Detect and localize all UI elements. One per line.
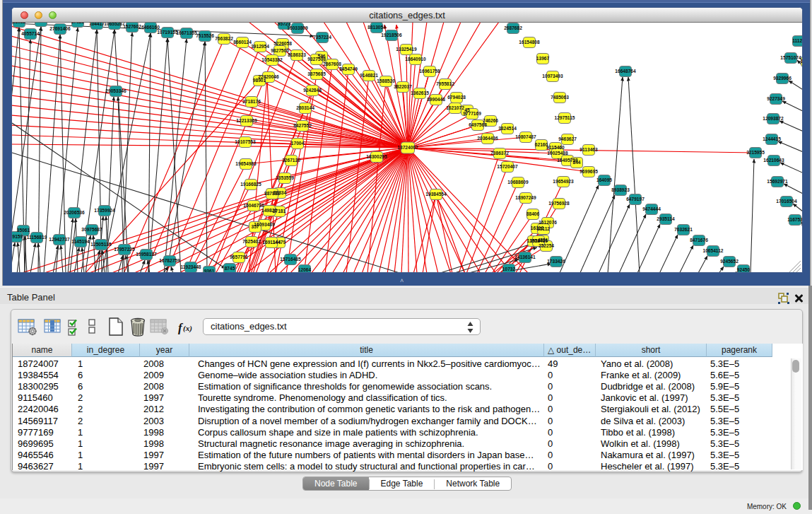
svg-text:10655287: 10655287: [104, 23, 125, 26]
svg-text:11121: 11121: [792, 38, 802, 43]
svg-text:12064: 12064: [298, 267, 312, 272]
svg-text:20364436: 20364436: [477, 136, 498, 141]
svg-text:27691406: 27691406: [49, 26, 71, 31]
svg-text:357: 357: [251, 224, 259, 229]
svg-text:1527602: 1527602: [123, 24, 141, 29]
svg-text:7386372: 7386372: [490, 151, 509, 156]
svg-text:8813054: 8813054: [367, 25, 386, 30]
svg-text:8990448: 8990448: [427, 97, 445, 102]
svg-text:16154808: 16154808: [519, 40, 540, 45]
svg-text:844: 844: [572, 160, 580, 165]
svg-text:2687682: 2687682: [504, 25, 522, 30]
svg-text:98901: 98901: [253, 78, 266, 83]
svg-text:8186323: 8186323: [288, 52, 306, 57]
svg-text:10719155: 10719155: [157, 30, 178, 35]
svg-text:20931: 20931: [35, 23, 48, 23]
svg-text:17359924: 17359924: [94, 208, 115, 213]
svg-text:39159: 39159: [12, 234, 23, 239]
svg-text:164095: 164095: [596, 177, 612, 182]
svg-text:9474444: 9474444: [642, 206, 661, 211]
svg-text:19166825: 19166825: [240, 182, 261, 187]
svg-text:6479197: 6479197: [626, 197, 645, 201]
svg-text:13325419: 13325419: [396, 47, 417, 52]
svg-text:12942737: 12942737: [49, 237, 70, 242]
svg-text:15751074: 15751074: [780, 55, 801, 60]
svg-text:116753: 116753: [787, 217, 802, 222]
svg-text:11923448: 11923448: [181, 264, 201, 269]
svg-text:3215955: 3215955: [746, 150, 765, 155]
svg-text:10973493: 10973493: [542, 74, 563, 78]
svg-text:8471676: 8471676: [690, 238, 708, 243]
svg-text:8660124: 8660124: [233, 40, 252, 45]
svg-text:4055714: 4055714: [21, 31, 40, 36]
svg-text:9113463: 9113463: [579, 147, 598, 152]
svg-text:16210643: 16210643: [763, 158, 784, 163]
svg-text:1952485: 1952485: [529, 238, 548, 243]
svg-text:9146821: 9146821: [360, 73, 378, 78]
svg-text:18640910: 18640910: [405, 57, 426, 62]
svg-text:17957225: 17957225: [114, 247, 135, 252]
svg-text:20206536: 20206536: [64, 210, 85, 215]
svg-text:17025: 17025: [71, 23, 85, 24]
svg-text:16782759: 16782759: [159, 258, 180, 263]
svg-text:18724007: 18724007: [397, 145, 418, 150]
svg-text:88406: 88406: [526, 211, 540, 216]
svg-text:5226058: 5226058: [273, 41, 292, 46]
svg-text:16033809: 16033809: [287, 25, 308, 30]
svg-text:9361: 9361: [204, 269, 215, 273]
svg-text:3267130: 3267130: [282, 158, 300, 163]
svg-text:16961758: 16961758: [419, 69, 440, 74]
svg-text:2718176: 2718176: [242, 99, 261, 104]
svg-text:10107553: 10107553: [235, 139, 256, 144]
svg-text:7515526: 7515526: [196, 33, 214, 38]
svg-text:19218506: 19218506: [381, 33, 402, 37]
svg-text:10543382: 10543382: [261, 57, 283, 62]
svg-text:8427552: 8427552: [293, 123, 312, 128]
svg-text:8454749: 8454749: [339, 66, 358, 71]
svg-text:10654112: 10654112: [703, 248, 724, 253]
svg-text:10958137: 10958137: [136, 252, 157, 257]
svg-text:17004: 17004: [291, 141, 305, 146]
svg-text:1588520: 1588520: [377, 78, 395, 83]
svg-text:29053346: 29053346: [105, 88, 126, 93]
svg-text:16046738: 16046738: [243, 203, 264, 208]
svg-text:12093872: 12093872: [763, 116, 784, 121]
svg-text:19756928: 19756928: [548, 201, 570, 206]
svg-text:7357224: 7357224: [313, 35, 331, 40]
svg-text:13967: 13967: [536, 56, 550, 61]
svg-text:887833: 887833: [264, 191, 280, 196]
svg-text:15112: 15112: [537, 226, 550, 231]
svg-text:9657791: 9657791: [230, 255, 248, 259]
svg-text:18300295: 18300295: [366, 154, 387, 159]
svg-text:9242848: 9242848: [303, 88, 322, 93]
svg-text:2935114: 2935114: [657, 216, 675, 221]
svg-text:9227349: 9227349: [767, 96, 785, 101]
svg-text:7625402: 7625402: [242, 239, 261, 244]
svg-text:1145194: 1145194: [71, 239, 90, 244]
svg-text:1612076: 1612076: [539, 220, 557, 225]
svg-text:8938923: 8938923: [611, 187, 630, 192]
svg-text:3824514: 3824514: [498, 126, 517, 131]
svg-text:3875685: 3875685: [307, 71, 326, 76]
svg-text:6497568: 6497568: [469, 122, 487, 127]
svg-text:6794028: 6794028: [447, 95, 466, 100]
svg-text:3822037: 3822037: [394, 84, 412, 89]
svg-text:9245652: 9245652: [720, 259, 739, 264]
svg-text:16648764: 16648764: [615, 69, 636, 74]
svg-text:104417: 104417: [89, 23, 105, 26]
svg-text:14136141: 14136141: [514, 255, 536, 259]
svg-text:9827500: 9827500: [271, 48, 289, 53]
svg-text:16671355: 16671355: [176, 30, 197, 35]
svg-text:1353559: 1353559: [276, 175, 294, 180]
svg-text:7955812: 7955812: [436, 81, 454, 86]
svg-text:149822: 149822: [261, 208, 277, 213]
svg-text:30975687: 30975687: [81, 227, 102, 232]
svg-text:12505135: 12505135: [90, 242, 112, 247]
svg-text:10688609: 10688609: [507, 180, 529, 185]
svg-text:9327508: 9327508: [307, 57, 326, 62]
svg-text:1621072: 1621072: [446, 105, 464, 110]
svg-text:31082: 31082: [13, 23, 26, 24]
svg-text:16154: 16154: [801, 59, 802, 64]
svg-text:9463627: 9463627: [558, 136, 577, 141]
svg-text:92450: 92450: [737, 267, 751, 272]
